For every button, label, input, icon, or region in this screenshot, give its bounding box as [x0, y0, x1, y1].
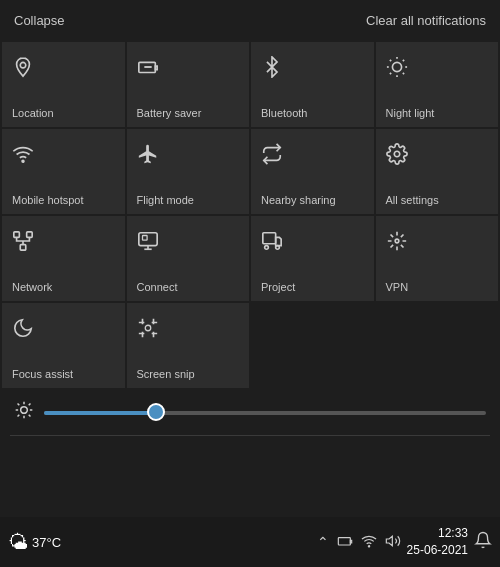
svg-line-28: [18, 404, 20, 406]
weather-icon: 🌤: [8, 531, 28, 554]
connect-icon: [137, 230, 159, 258]
tile-connect[interactable]: Connect: [127, 216, 250, 301]
svg-point-21: [265, 246, 269, 250]
tile-location[interactable]: Location: [2, 42, 125, 127]
systray-chevron[interactable]: ⌃: [317, 534, 329, 550]
brightness-slider-track[interactable]: [44, 411, 486, 415]
clear-all-button[interactable]: Clear all notifications: [366, 13, 486, 28]
brightness-row: [0, 390, 500, 435]
tile-nearby-sharing[interactable]: Nearby sharing: [251, 129, 374, 214]
svg-rect-14: [27, 232, 32, 238]
tile-vpn[interactable]: VPN: [376, 216, 499, 301]
systray-battery-icon: [337, 533, 353, 552]
tile-bluetooth[interactable]: Bluetooth: [251, 42, 374, 127]
svg-line-5: [389, 60, 390, 61]
tile-bluetooth-label: Bluetooth: [261, 107, 307, 119]
svg-rect-19: [142, 236, 147, 241]
svg-point-23: [395, 239, 399, 243]
tile-all-settings[interactable]: All settings: [376, 129, 499, 214]
tile-location-label: Location: [12, 107, 54, 119]
svg-rect-15: [20, 245, 26, 251]
tile-vpn-label: VPN: [386, 281, 409, 293]
systray-wifi-icon: [361, 533, 377, 552]
svg-line-10: [402, 60, 403, 61]
night-light-icon: [386, 56, 408, 84]
collapse-button[interactable]: Collapse: [14, 13, 65, 28]
systray: ⌃: [317, 533, 401, 552]
quick-actions-grid: Location Battery saver Bluetooth Night l…: [0, 40, 500, 390]
svg-point-35: [368, 545, 369, 546]
tile-focus-assist[interactable]: Focus assist: [2, 303, 125, 388]
taskbar-clock: 12:33 25-06-2021: [407, 525, 468, 559]
top-bar: Collapse Clear all notifications: [0, 0, 500, 40]
tile-night-light[interactable]: Night light: [376, 42, 499, 127]
tile-night-light-label: Night light: [386, 107, 435, 119]
svg-point-11: [22, 160, 24, 162]
svg-point-24: [145, 325, 151, 331]
svg-point-22: [276, 246, 280, 250]
network-icon: [12, 230, 34, 258]
svg-point-2: [392, 62, 401, 71]
brightness-icon: [14, 400, 34, 425]
svg-rect-16: [138, 233, 156, 246]
tile-focus-assist-label: Focus assist: [12, 368, 73, 380]
svg-line-33: [29, 404, 31, 406]
taskbar: 🌤 37°C ⌃ 12:33 25-06-2021: [0, 517, 500, 567]
tile-connect-label: Connect: [137, 281, 178, 293]
tile-project[interactable]: Project: [251, 216, 374, 301]
tile-screen-snip[interactable]: Screen snip: [127, 303, 250, 388]
taskbar-date: 25-06-2021: [407, 542, 468, 559]
svg-rect-34: [338, 537, 350, 544]
svg-rect-13: [14, 232, 20, 238]
svg-line-32: [18, 415, 20, 417]
tile-mobile-hotspot-label: Mobile hotspot: [12, 194, 84, 206]
mobile-hotspot-icon: [12, 143, 34, 171]
location-icon: [12, 56, 34, 84]
tile-flight-mode[interactable]: Flight mode: [127, 129, 250, 214]
svg-point-0: [20, 62, 26, 67]
svg-rect-20: [263, 233, 276, 244]
svg-line-9: [389, 73, 390, 74]
focus-assist-icon: [12, 317, 34, 345]
tile-nearby-sharing-label: Nearby sharing: [261, 194, 336, 206]
tile-screen-snip-label: Screen snip: [137, 368, 195, 380]
battery-saver-icon: [137, 56, 159, 84]
section-divider: [10, 435, 490, 436]
taskbar-temperature: 37°C: [32, 535, 61, 550]
brightness-thumb: [147, 403, 165, 421]
tile-flight-mode-label: Flight mode: [137, 194, 194, 206]
tile-project-label: Project: [261, 281, 295, 293]
screen-snip-icon: [137, 317, 159, 345]
project-icon: [261, 230, 283, 258]
nearby-sharing-icon: [261, 143, 283, 171]
svg-point-25: [21, 407, 28, 414]
flight-mode-icon: [137, 143, 159, 171]
tile-all-settings-label: All settings: [386, 194, 439, 206]
svg-line-29: [29, 415, 31, 417]
tile-mobile-hotspot[interactable]: Mobile hotspot: [2, 129, 125, 214]
taskbar-notification-button[interactable]: [474, 531, 492, 553]
tile-battery-saver-label: Battery saver: [137, 107, 202, 119]
all-settings-icon: [386, 143, 408, 171]
systray-volume-icon: [385, 533, 401, 552]
tile-network-label: Network: [12, 281, 52, 293]
svg-point-12: [394, 151, 400, 157]
bluetooth-icon: [261, 56, 283, 84]
svg-line-6: [402, 73, 403, 74]
vpn-icon: [386, 230, 408, 258]
svg-marker-36: [386, 536, 392, 545]
tile-network[interactable]: Network: [2, 216, 125, 301]
taskbar-time: 12:33: [438, 525, 468, 542]
brightness-slider-fill: [44, 411, 155, 415]
tile-battery-saver[interactable]: Battery saver: [127, 42, 250, 127]
taskbar-weather: 🌤 37°C: [8, 531, 61, 554]
